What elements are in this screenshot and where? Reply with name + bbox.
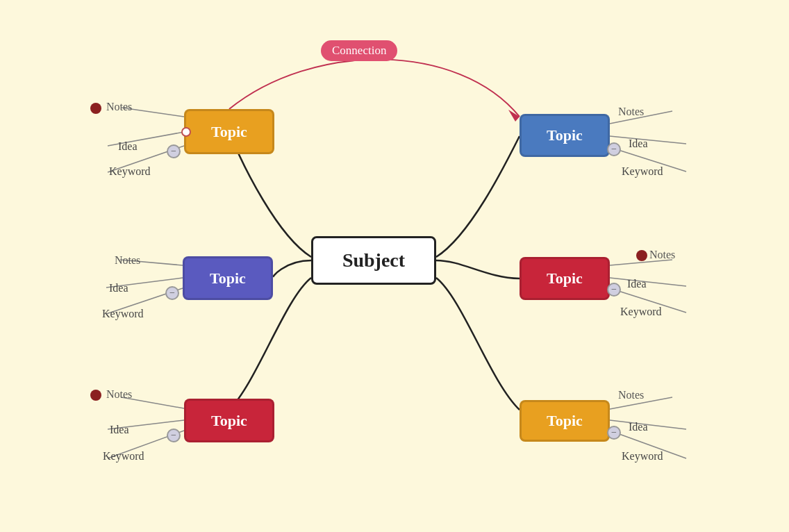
keyword-label-top-left: Keyword xyxy=(109,165,151,178)
keyword-label-bot-right: Keyword xyxy=(622,450,663,463)
keyword-label-mid-right: Keyword xyxy=(620,306,662,318)
notes-label-bot-left: Notes xyxy=(106,388,132,401)
svg-line-10 xyxy=(610,136,686,144)
topic-node-bot-right[interactable]: Topic xyxy=(520,400,610,442)
notes-dot-bot-left xyxy=(90,390,101,401)
open-circle-indicator xyxy=(181,127,191,137)
svg-marker-18 xyxy=(508,110,520,122)
minus-btn-top-left[interactable]: − xyxy=(167,144,181,158)
idea-label-mid-left: Idea xyxy=(109,282,128,294)
notes-label-bot-right: Notes xyxy=(618,389,644,401)
idea-label-bot-left: Idea xyxy=(110,424,129,436)
keyword-label-bot-left: Keyword xyxy=(103,450,144,463)
keyword-label-mid-left: Keyword xyxy=(102,308,144,320)
idea-label-bot-right: Idea xyxy=(629,421,648,433)
topic-node-bot-left[interactable]: Topic xyxy=(184,399,274,442)
minus-btn-mid-left[interactable]: − xyxy=(165,286,179,300)
subject-node[interactable]: Subject xyxy=(311,236,436,285)
keyword-label-top-right: Keyword xyxy=(622,165,663,178)
topic-node-mid-right[interactable]: Topic xyxy=(520,257,610,300)
topic-node-mid-left[interactable]: Topic xyxy=(183,256,273,300)
minus-btn-top-right[interactable]: − xyxy=(607,142,621,156)
idea-label-mid-right: Idea xyxy=(627,278,647,290)
minus-btn-bot-left[interactable]: − xyxy=(167,429,181,442)
notes-label-top-left: Notes xyxy=(106,101,132,113)
connection-label: Connection xyxy=(321,40,397,61)
notes-dot-mid-right xyxy=(636,250,647,261)
idea-label-top-left: Idea xyxy=(118,140,138,153)
idea-label-top-right: Idea xyxy=(629,138,648,150)
minus-btn-mid-right[interactable]: − xyxy=(607,283,621,297)
notes-label-top-right: Notes xyxy=(618,106,644,118)
svg-line-13 xyxy=(610,278,686,286)
notes-dot-top-left xyxy=(90,103,101,114)
notes-label-mid-right: Notes xyxy=(649,249,675,261)
minus-btn-bot-right[interactable]: − xyxy=(607,426,621,440)
notes-label-mid-left: Notes xyxy=(115,254,140,267)
svg-line-16 xyxy=(610,420,686,429)
topic-node-top-left[interactable]: Topic xyxy=(184,109,274,154)
topic-node-top-right[interactable]: Topic xyxy=(520,114,610,157)
